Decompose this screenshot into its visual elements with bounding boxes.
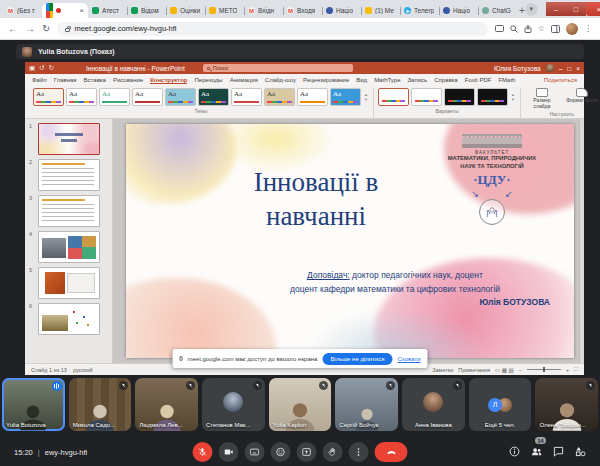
participant-tile[interactable]: Yulia Kaplun <box>269 378 332 431</box>
theme-tile[interactable]: Aa <box>198 88 229 106</box>
variants-scroll[interactable]: ▲▼ <box>510 88 516 106</box>
address-bar[interactable]: meet.google.com/ewy-hvgu-hfi <box>57 22 487 36</box>
participant-tile[interactable]: Степанов Мак... <box>202 378 265 431</box>
participant-tile[interactable]: Людмила Лев... <box>135 378 198 431</box>
activities-button[interactable] <box>575 443 586 461</box>
comments-button[interactable]: Примечания <box>458 367 490 373</box>
tab-meet-active[interactable]: × <box>42 3 88 18</box>
menu-record[interactable]: Запись <box>407 77 427 83</box>
ppt-search-box[interactable]: Поиск <box>203 64 353 72</box>
theme-tile[interactable]: Aa <box>66 88 97 106</box>
reload-button[interactable]: ↻ <box>42 23 50 34</box>
menu-help[interactable]: Справка <box>434 77 458 83</box>
zoom-in-button[interactable]: + <box>566 367 569 373</box>
view-buttons[interactable]: ▭ ▦ ▤ <box>495 367 514 373</box>
cast-icon[interactable] <box>495 25 504 32</box>
ppt-account-avatar[interactable] <box>546 64 554 72</box>
theme-tile[interactable]: Aa <box>165 88 196 106</box>
tab-sheets-1[interactable]: Атест <box>88 3 127 18</box>
tab-chatgpt[interactable]: ChatG <box>478 3 517 18</box>
menu-draw[interactable]: Рисование <box>113 77 143 83</box>
slide-thumbnail-5[interactable]: 5 <box>29 267 110 299</box>
tab-telegram[interactable]: ➤Телегр <box>400 3 439 18</box>
theme-tile[interactable]: Aa <box>231 88 262 106</box>
back-button[interactable]: ← <box>8 23 18 34</box>
menu-file[interactable]: Файл <box>32 77 47 83</box>
bookmark-star-icon[interactable]: ☆ <box>538 24 545 33</box>
participant-tile[interactable]: Микола Садо... <box>69 378 132 431</box>
menu-animations[interactable]: Анимация <box>230 77 258 83</box>
variant-tile[interactable] <box>411 88 442 106</box>
themes-scroll[interactable]: ▲▼ <box>363 88 369 106</box>
theme-tile[interactable]: Aa <box>132 88 163 106</box>
stop-sharing-button[interactable]: Більше не ділитися <box>322 353 392 365</box>
format-background-button[interactable]: Формат фона <box>565 88 599 109</box>
menu-fmath[interactable]: FMath <box>498 77 515 83</box>
tab-grades[interactable]: Оцінки <box>166 3 205 18</box>
variant-tile[interactable] <box>444 88 475 106</box>
tab-gmail-3[interactable]: MВходя <box>283 3 322 18</box>
hide-notice-link[interactable]: Сховати <box>397 356 420 362</box>
ppt-restore-button[interactable]: □ <box>567 65 571 72</box>
participant-tile[interactable]: Олена Трифон... <box>535 378 598 431</box>
menu-slideshow[interactable]: Слайд-шоу <box>265 77 296 83</box>
present-screen-button[interactable] <box>297 442 317 462</box>
variant-tile-selected[interactable] <box>378 88 409 106</box>
theme-tile[interactable]: Aa <box>297 88 328 106</box>
theme-tile-selected[interactable]: Aa <box>33 88 64 106</box>
share-icon[interactable] <box>524 25 532 33</box>
browser-menu-icon[interactable]: ⋮ <box>584 24 592 33</box>
tab-gmail-2[interactable]: MВхідн <box>244 3 283 18</box>
side-panel-icon[interactable] <box>551 25 560 33</box>
camera-toggle-button[interactable] <box>219 442 239 462</box>
profile-avatar[interactable] <box>566 23 578 35</box>
participant-tile[interactable]: Анна Іванова <box>402 378 465 431</box>
undo-icon[interactable]: ↺ <box>39 64 44 72</box>
forward-button[interactable]: → <box>25 23 35 34</box>
slide-size-button[interactable]: Размер слайда <box>525 88 559 109</box>
notes-button[interactable]: Заметки <box>432 367 453 373</box>
overflow-tile[interactable]: Л Ещё 5 чел. <box>469 378 532 431</box>
meeting-details-button[interactable] <box>509 443 520 461</box>
tab-sheets-2[interactable]: Відом <box>127 3 166 18</box>
menu-design-active[interactable]: Конструктор <box>150 77 187 84</box>
menu-foxit[interactable]: Foxit PDF <box>465 77 492 83</box>
participant-tile[interactable]: Yulia Botuzova <box>2 378 65 431</box>
slide-thumbnail-6[interactable]: 6 <box>29 303 110 335</box>
participant-tile[interactable]: Сергій Бойчук <box>335 378 398 431</box>
menu-review[interactable]: Рецензирование <box>303 77 349 83</box>
theme-tile[interactable]: Aa <box>99 88 130 106</box>
close-button[interactable]: × <box>586 2 600 16</box>
slide-thumbnail-3[interactable]: 3 <box>29 195 110 227</box>
tab-national-1[interactable]: Націо <box>322 3 361 18</box>
menu-mathtype[interactable]: MathType <box>374 77 400 83</box>
end-call-button[interactable] <box>375 442 408 462</box>
ppt-minimize-button[interactable]: – <box>559 65 563 72</box>
raise-hand-button[interactable] <box>323 442 343 462</box>
zoom-slider[interactable] <box>527 369 561 370</box>
maximize-button[interactable]: □ <box>566 2 586 16</box>
tab-gmail-1[interactable]: M(Без т <box>3 3 42 18</box>
menu-insert[interactable]: Вставка <box>84 77 106 83</box>
theme-tile[interactable]: Aa <box>264 88 295 106</box>
more-options-button[interactable] <box>349 442 369 462</box>
language-indicator[interactable]: русский <box>73 367 93 373</box>
menu-home[interactable]: Главная <box>54 77 77 83</box>
reactions-button[interactable] <box>271 442 291 462</box>
zoom-out-button[interactable]: − <box>519 367 522 373</box>
variant-tile[interactable] <box>477 88 508 106</box>
tab-search-button[interactable]: ▾ <box>525 3 538 16</box>
save-icon[interactable]: ▣ <box>29 64 35 72</box>
minimize-button[interactable]: – <box>546 2 566 16</box>
theme-tile[interactable]: Aa <box>330 88 361 106</box>
captions-button[interactable]: cc <box>245 442 265 462</box>
ppt-share-button[interactable]: Поделиться <box>544 77 577 83</box>
fit-slide-button[interactable]: ⛶ <box>574 366 578 373</box>
chat-button[interactable] <box>553 443 564 461</box>
slide-thumbnail-4[interactable]: 4 <box>29 231 110 263</box>
slide-thumbnail-2[interactable]: 2 <box>29 159 110 191</box>
slide-thumbnail-1[interactable]: 1 <box>29 123 110 155</box>
search-icon[interactable] <box>510 25 518 33</box>
menu-view[interactable]: Вид <box>356 77 367 83</box>
tab-close-icon[interactable]: × <box>79 6 84 15</box>
